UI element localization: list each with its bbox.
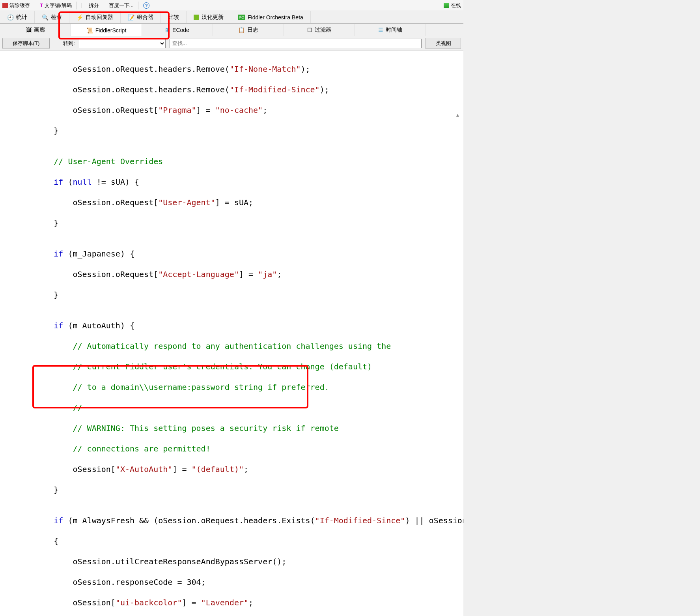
tab-inspect[interactable]: 🔍检查 [35,11,69,23]
tab-compare[interactable]: 比较 [161,11,187,23]
tab-fiddlerscript[interactable]: 📜FiddlerScript [71,24,142,36]
scroll-up-icon: ▴ [455,110,463,117]
tabs-row-1: 🕘统计 🔍检查 ⚡自动回复器 📝组合器 比较 汉化更新 FOFiddler Or… [0,11,463,24]
tab-composer[interactable]: 📝组合器 [121,11,161,23]
script-editor[interactable]: oSession.oRequest.headers.Remove("If-Non… [0,51,463,616]
top-toolbar: 清除缓存 T文字编/解码 拆分 百度一下... ? 在线 [0,0,463,11]
tab-gallery[interactable]: 🖼画廊 [0,24,71,36]
help-button[interactable]: ? [143,2,149,9]
tab-timeline[interactable]: ☰时间轴 [355,24,426,36]
online-status[interactable]: 在线 [444,2,461,9]
split-button[interactable]: 拆分 [82,2,99,9]
goto-label: 转到: [63,40,75,47]
script-toolbar: 保存脚本(T) 转到: 类视图 [0,36,463,51]
text-encode-button[interactable]: T文字编/解码 [40,2,72,9]
log-icon: 📋 [238,27,245,33]
save-script-button[interactable]: 保存脚本(T) [2,38,50,49]
tab-ecode[interactable]: ⊞ECode [142,24,213,36]
gallery-icon: 🖼 [26,27,32,33]
timeline-icon: ☰ [378,27,383,33]
tab-log[interactable]: 📋日志 [213,24,284,36]
tab-autoresponder[interactable]: ⚡自动回复器 [69,11,121,23]
square-icon [194,15,199,20]
filter-icon: ☐ [307,27,312,33]
inspect-icon: 🔍 [42,14,49,21]
search-input[interactable] [170,39,422,48]
tab-hanhua[interactable]: 汉化更新 [187,11,231,23]
classview-button[interactable]: 类视图 [426,38,461,49]
baidu-search[interactable]: 百度一下... [109,2,134,9]
fo-icon: FO [238,15,245,20]
clock-icon: 🕘 [7,14,14,21]
ecode-icon: ⊞ [165,27,170,33]
tabs-row-2: 🖼画廊 📜FiddlerScript ⊞ECode 📋日志 ☐过滤器 ☰时间轴 [0,24,463,36]
lightning-icon: ⚡ [77,14,83,21]
js-icon: 📜 [86,27,93,34]
goto-select[interactable] [79,39,166,48]
help-icon: ? [143,2,149,9]
tab-filter[interactable]: ☐过滤器 [284,24,355,36]
composer-icon: 📝 [128,14,134,21]
tab-orchestra[interactable]: FOFiddler Orchestra Beta [231,11,311,23]
clear-cache-button[interactable]: 清除缓存 [2,2,30,9]
tab-stats[interactable]: 🕘统计 [0,11,35,23]
